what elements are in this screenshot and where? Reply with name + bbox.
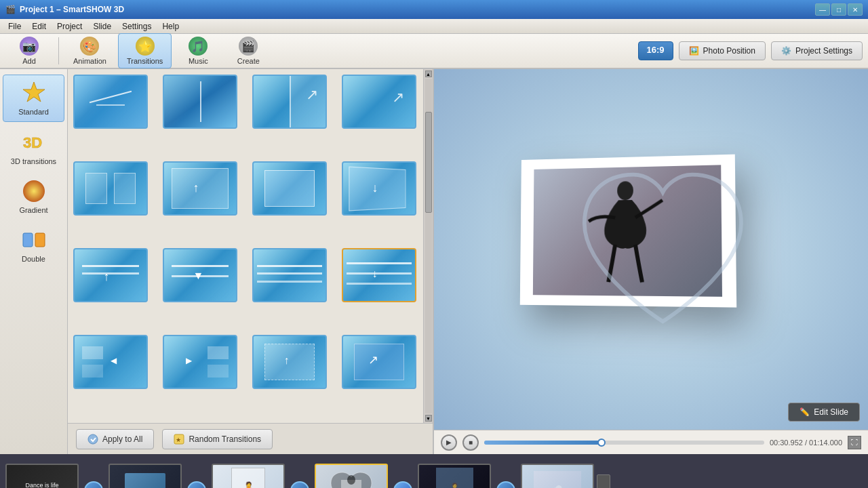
transition-circle-1[interactable]: ✦ — [84, 481, 103, 488]
transition-item[interactable]: ↗ — [342, 335, 416, 389]
3d-label: 3D transitions — [11, 157, 56, 165]
transition-item[interactable]: ▼ — [163, 248, 237, 302]
animation-icon: 🎨 — [80, 37, 99, 56]
svg-rect-4 — [35, 233, 45, 247]
create-button[interactable]: 🎬 Create — [224, 33, 272, 68]
close-button[interactable]: ✕ — [848, 3, 863, 16]
transition-item[interactable]: ◀ — [73, 335, 148, 389]
svg-rect-3 — [23, 233, 33, 247]
progress-fill — [484, 441, 601, 445]
transition-item[interactable]: ↓ — [342, 161, 416, 216]
transition-item[interactable]: ↑ — [73, 248, 148, 302]
create-icon: 🎬 — [239, 37, 258, 56]
apply-to-all-label: Apply to All — [102, 434, 142, 444]
scroll-down-button[interactable]: ▼ — [425, 415, 432, 422]
transition-circle-4[interactable]: ● — [393, 481, 412, 488]
category-standard[interactable]: Standard — [3, 75, 64, 122]
left-panel: Standard 3D 3D transitions — [0, 69, 434, 454]
menu-file[interactable]: File — [3, 20, 26, 33]
titlebar: 🎬 Project 1 – SmartSHOW 3D — □ ✕ — [0, 0, 868, 19]
menu-edit[interactable]: Edit — [26, 20, 52, 33]
aspect-ratio-badge: 16:9 — [638, 41, 673, 60]
svg-point-2 — [23, 180, 45, 202]
vertical-scrollbar[interactable]: ▲ ▼ — [423, 69, 433, 423]
transition-circle-3[interactable]: ✦ — [290, 481, 309, 488]
transitions-grid: ↗ ↗ ↑ — [73, 75, 427, 418]
timeline-scroll-right[interactable]: ▶ — [597, 474, 610, 488]
category-gradient[interactable]: Gradient — [3, 174, 64, 220]
standard-icon — [22, 81, 46, 105]
project-settings-button[interactable]: ⚙️ Project Settings — [771, 41, 863, 60]
edit-icon: ✏️ — [800, 407, 810, 417]
transition-circle-5[interactable]: ✦ — [496, 481, 515, 488]
transition-item[interactable]: ↗ — [342, 75, 416, 129]
toolbar: 📷 Add 🎨 Animation ⭐ Transitions 🎵 Music … — [0, 34, 868, 69]
random-icon: ★ — [174, 434, 184, 445]
scroll-up-button[interactable]: ▲ — [425, 70, 432, 77]
transitions-area: ↗ ↗ ↑ — [68, 69, 433, 454]
standard-label: Standard — [18, 108, 49, 116]
transition-item[interactable] — [73, 75, 148, 129]
stop-button[interactable]: ■ — [462, 434, 479, 451]
maximize-button[interactable]: □ — [831, 3, 846, 16]
minimize-button[interactable]: — — [815, 3, 830, 16]
current-time: 00:30.952 — [770, 439, 803, 447]
transition-item[interactable]: ↑ — [163, 161, 237, 216]
random-transitions-label: Random Transitions — [189, 434, 261, 444]
slide-item-1: Dance is lifelife is dance 1 ✏ 🔇 9.0 — [5, 464, 79, 489]
play-button[interactable]: ▶ — [441, 434, 457, 451]
slide-item-6: ☁️ 6 ✏ 🔇 10.0 — [521, 464, 594, 489]
transition-item[interactable] — [163, 75, 237, 129]
photo-position-icon: 🖼️ — [689, 46, 699, 56]
menu-slide[interactable]: Slide — [87, 20, 117, 33]
menu-settings[interactable]: Settings — [117, 20, 157, 33]
transition-item[interactable]: ▶ — [163, 335, 237, 389]
scroll-thumb[interactable] — [425, 112, 432, 212]
slide-thumbnail-1[interactable]: Dance is lifelife is dance — [5, 464, 79, 489]
slide-thumbnail-2[interactable] — [108, 464, 182, 489]
scroll-track — [425, 79, 432, 413]
transition-item[interactable] — [252, 161, 327, 216]
photo-position-button[interactable]: 🖼️ Photo Position — [679, 41, 766, 60]
transitions-button[interactable]: ⭐ Transitions — [118, 33, 172, 68]
create-label: Create — [237, 57, 260, 65]
transition-circle-2[interactable]: ✦ — [187, 481, 206, 488]
toolbar-separator — [58, 37, 59, 64]
heart-outline — [564, 165, 761, 341]
3d-icon: 3D — [22, 130, 46, 155]
slide-thumbnail-3[interactable]: 🧍 — [212, 464, 285, 489]
menu-help[interactable]: Help — [157, 20, 184, 33]
category-3d[interactable]: 3D 3D transitions — [3, 125, 64, 171]
window-title-text: Project 1 – SmartSHOW 3D — [20, 5, 124, 14]
slide-item-3: 🧍 3 ✏ 🔇 10.0 — [212, 464, 285, 489]
animation-button[interactable]: 🎨 Animation — [64, 33, 115, 68]
transition-item[interactable] — [252, 248, 327, 302]
transition-item[interactable]: ↓ — [342, 248, 416, 302]
menu-project[interactable]: Project — [52, 20, 87, 33]
category-double[interactable]: Double — [3, 222, 64, 268]
add-icon: 📷 — [20, 37, 39, 56]
main-area: Standard 3D 3D transitions — [0, 69, 868, 454]
fullscreen-button[interactable]: ⛶ — [848, 436, 861, 449]
transition-item[interactable]: ↗ — [252, 75, 327, 129]
edit-slide-button[interactable]: ✏️ Edit Slide — [788, 403, 860, 422]
timeline: Dance is lifelife is dance 1 ✏ 🔇 9.0 ✦ 1… — [0, 454, 868, 488]
transition-item[interactable]: ↑ — [252, 335, 327, 389]
apply-to-all-button[interactable]: Apply to All — [76, 429, 154, 449]
slide-thumbnail-6[interactable]: ☁️ — [521, 464, 594, 489]
progress-thumb[interactable] — [597, 439, 606, 447]
transition-thumb-5: ✦ 2.0 — [494, 468, 518, 488]
menubar: File Edit Project Slide Settings Help — [0, 19, 868, 34]
music-button[interactable]: 🎵 Music — [174, 33, 222, 68]
transition-item[interactable] — [73, 161, 148, 216]
add-button[interactable]: 📷 Add — [5, 33, 53, 68]
slide-item-2: 2 ✏ 🔇 10.0 — [108, 464, 182, 489]
random-transitions-button[interactable]: ★ Random Transitions — [162, 429, 273, 449]
slide-thumbnail-4[interactable] — [315, 464, 388, 489]
project-settings-label: Project Settings — [795, 46, 852, 56]
categories-sidebar: Standard 3D 3D transitions — [0, 69, 68, 454]
time-display: 00:30.952 / 01:14.000 — [770, 439, 842, 447]
progress-bar[interactable] — [484, 441, 764, 445]
transition-thumb-2: ✦ 2.0 — [184, 468, 209, 488]
slide-thumbnail-5[interactable]: 🧍 — [418, 464, 491, 489]
